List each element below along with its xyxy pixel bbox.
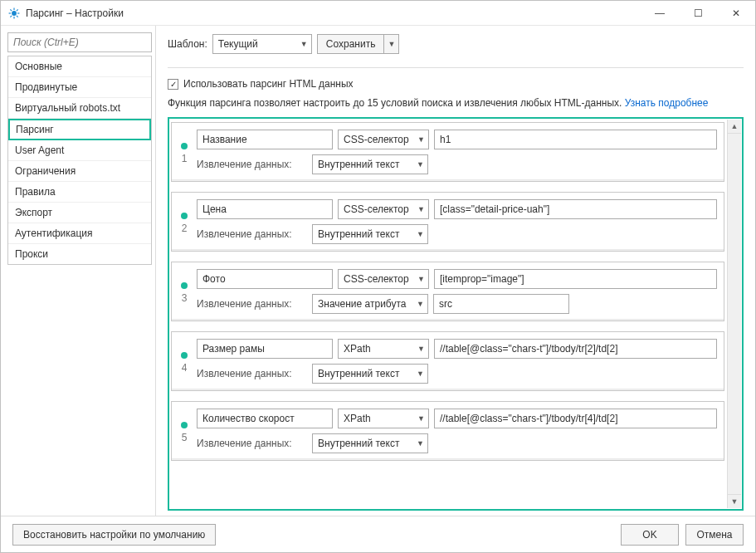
enable-parsing-checkbox[interactable]: ✓	[168, 79, 178, 90]
rule-block: 2CSS-селектор▼Извлечение данных:Внутренн…	[171, 192, 724, 252]
selector-value-input[interactable]	[434, 409, 717, 428]
sidebar-item-basic[interactable]: Основные	[8, 56, 151, 77]
rule-number: 5	[182, 432, 188, 443]
chevron-down-icon: ▼	[417, 160, 424, 169]
template-label: Шаблон:	[168, 38, 207, 50]
cancel-button[interactable]: Отмена	[685, 524, 744, 546]
save-button[interactable]: Сохранить ▼	[317, 34, 400, 54]
chevron-down-icon: ▼	[388, 40, 396, 48]
minimize-button[interactable]: —	[641, 1, 679, 26]
chevron-down-icon: ▼	[417, 275, 425, 283]
extract-mode-select[interactable]: Внутренний текст▼	[312, 364, 428, 384]
selector-value-input[interactable]	[434, 199, 717, 219]
status-dot-icon	[181, 143, 188, 149]
sidebar-item-auth[interactable]: Аутентификация	[8, 223, 151, 244]
chevron-down-icon: ▼	[417, 300, 424, 308]
rule-number: 3	[182, 292, 188, 304]
selector-value-input[interactable]	[434, 339, 717, 359]
ok-button[interactable]: OK	[621, 524, 679, 546]
svg-line-5	[10, 9, 12, 11]
selector-value-input[interactable]	[434, 130, 717, 149]
sidebar-item-advanced[interactable]: Продвинутые	[8, 77, 151, 98]
sidebar-item-limits[interactable]: Ограничения	[8, 161, 151, 182]
save-dropdown[interactable]: ▼	[384, 34, 399, 54]
titlebar: Парсинг – Настройки — ☐ ✕	[1, 1, 755, 26]
rule-block: 3CSS-селектор▼Извлечение данных:Значение…	[171, 262, 724, 321]
template-toolbar: Шаблон: Текущий ▼ Сохранить ▼	[168, 34, 744, 54]
rule-name-input[interactable]	[197, 130, 333, 149]
selector-type-select[interactable]: CSS-селектор▼	[338, 130, 429, 149]
rule-name-input[interactable]	[197, 199, 333, 219]
extract-mode-select[interactable]: Внутренний текст▼	[312, 433, 428, 453]
extract-label: Извлечение данных:	[197, 154, 307, 174]
sidebar-item-proxy[interactable]: Прокси	[8, 244, 151, 264]
footer: Восстановить настройки по умолчанию OK О…	[1, 516, 755, 552]
rule-extra-input[interactable]	[433, 294, 569, 314]
content-pane: Шаблон: Текущий ▼ Сохранить ▼ ✓ Использо…	[156, 26, 755, 516]
extract-mode-select[interactable]: Значение атрибута▼	[312, 294, 428, 314]
rule-block: 1CSS-селектор▼Извлечение данных:Внутренн…	[171, 122, 724, 182]
window-body: Основные Продвинутые Виртуальный robots.…	[1, 26, 755, 516]
chevron-down-icon: ▼	[417, 414, 425, 423]
learn-more-link[interactable]: Узнать подробнее	[625, 97, 709, 109]
selector-value-input[interactable]	[434, 269, 717, 289]
chevron-down-icon: ▼	[300, 40, 308, 48]
template-select[interactable]: Текущий ▼	[212, 34, 312, 54]
window-controls: — ☐ ✕	[641, 1, 755, 26]
rule-name-input[interactable]	[197, 409, 333, 428]
svg-point-0	[12, 11, 17, 16]
rules-panel: 1CSS-селектор▼Извлечение данных:Внутренн…	[168, 117, 744, 511]
selector-type-select[interactable]: XPath▼	[338, 339, 429, 359]
chevron-down-icon: ▼	[417, 439, 424, 448]
extract-label: Извлечение данных:	[197, 294, 307, 314]
sidebar-item-parsing[interactable]: Парсинг	[8, 119, 151, 140]
enable-parsing-row: ✓ Использовать парсинг HTML данных	[168, 78, 744, 90]
extract-label: Извлечение данных:	[197, 224, 307, 244]
chevron-down-icon: ▼	[417, 345, 425, 353]
rule-name-input[interactable]	[197, 339, 333, 359]
rule-indicator: 1	[178, 139, 190, 164]
svg-line-6	[17, 15, 18, 17]
rule-indicator: 4	[178, 349, 190, 374]
selector-type-select[interactable]: XPath▼	[338, 409, 429, 428]
status-dot-icon	[181, 352, 188, 359]
scrollbar-vertical[interactable]: ▲ ▼	[727, 120, 741, 508]
rule-block: 5XPath▼Извлечение данных:Внутренний текс…	[171, 401, 724, 461]
chevron-down-icon: ▼	[417, 135, 425, 144]
scroll-down-icon[interactable]: ▼	[728, 494, 741, 508]
status-dot-icon	[181, 422, 188, 428]
rule-number: 2	[182, 223, 188, 234]
close-button[interactable]: ✕	[717, 1, 755, 26]
sidebar: Основные Продвинутые Виртуальный robots.…	[1, 26, 156, 516]
selector-type-select[interactable]: CSS-селектор▼	[338, 269, 429, 289]
search-input[interactable]	[7, 32, 152, 52]
status-dot-icon	[181, 282, 188, 289]
rule-indicator: 5	[178, 418, 190, 443]
sidebar-item-useragent[interactable]: User Agent	[8, 140, 151, 161]
chevron-down-icon: ▼	[417, 369, 424, 378]
chevron-down-icon: ▼	[417, 230, 424, 238]
extract-mode-select[interactable]: Внутренний текст▼	[312, 224, 428, 244]
scroll-up-icon[interactable]: ▲	[728, 120, 741, 134]
sidebar-item-robots[interactable]: Виртуальный robots.txt	[8, 98, 151, 119]
rule-indicator: 2	[178, 209, 190, 234]
rule-name-input[interactable]	[197, 269, 333, 289]
rule-indicator: 3	[178, 279, 190, 304]
description-text: Функция парсинга позволяет настроить до …	[168, 96, 744, 110]
rule-number: 1	[182, 153, 188, 164]
selector-type-select[interactable]: CSS-селектор▼	[338, 199, 429, 219]
sidebar-list: Основные Продвинутые Виртуальный robots.…	[7, 56, 152, 265]
sidebar-item-rules[interactable]: Правила	[8, 182, 151, 203]
enable-parsing-label: Использовать парсинг HTML данных	[183, 78, 354, 90]
sidebar-item-export[interactable]: Экспорт	[8, 203, 151, 223]
divider	[168, 67, 744, 68]
app-window: Парсинг – Настройки — ☐ ✕ Основные Продв…	[0, 0, 756, 553]
reset-defaults-button[interactable]: Восстановить настройки по умолчанию	[12, 524, 216, 546]
status-dot-icon	[181, 213, 188, 219]
extract-mode-select[interactable]: Внутренний текст▼	[312, 154, 428, 174]
rule-block: 4XPath▼Извлечение данных:Внутренний текс…	[171, 331, 724, 391]
extract-label: Извлечение данных:	[197, 364, 307, 384]
svg-line-7	[10, 15, 12, 17]
svg-line-8	[17, 9, 18, 11]
maximize-button[interactable]: ☐	[679, 1, 717, 26]
